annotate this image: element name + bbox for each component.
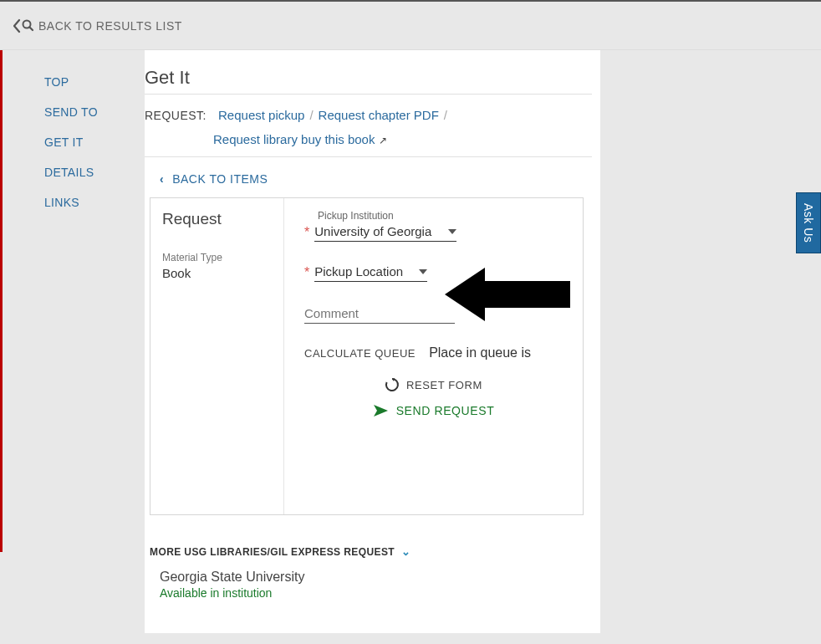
- pickup-institution-label: Pickup Institution: [304, 210, 563, 222]
- pickup-institution-field: Pickup Institution * University of Georg…: [304, 210, 563, 242]
- request-label: REQUEST:: [145, 109, 207, 122]
- request-panel: Request Material Type Book Pickup Instit…: [150, 197, 584, 515]
- pickup-institution-value: University of Georgia: [314, 224, 431, 238]
- request-pickup-link[interactable]: Request pickup: [218, 108, 304, 122]
- institution-availability: Available in institution: [160, 586, 592, 600]
- sidebar-item-send-to[interactable]: SEND TO: [44, 97, 145, 127]
- request-title: Request: [162, 210, 272, 228]
- material-type-value: Book: [162, 266, 272, 280]
- more-libraries-toggle[interactable]: MORE USG LIBRARIES/GIL EXPRESS REQUEST ⌄: [150, 545, 592, 558]
- material-type-label: Material Type: [162, 252, 272, 263]
- reset-icon: [385, 377, 400, 392]
- section-title: Get It: [145, 67, 592, 95]
- caret-down-icon: [419, 269, 427, 274]
- pickup-location-select[interactable]: Pickup Location: [314, 263, 427, 282]
- request-links-row: REQUEST: Request pickup / Request chapte…: [145, 108, 592, 157]
- calculate-queue-button[interactable]: CALCULATE QUEUE: [304, 347, 416, 360]
- request-panel-right: Pickup Institution * University of Georg…: [284, 198, 583, 514]
- send-request-button[interactable]: SEND REQUEST: [304, 404, 563, 417]
- back-to-items-label: BACK TO ITEMS: [172, 172, 268, 186]
- main-panel: Get It REQUEST: Request pickup / Request…: [145, 50, 600, 633]
- sidebar-item-links[interactable]: LINKS: [44, 187, 145, 217]
- topbar: BACK TO RESULTS LIST: [0, 0, 821, 50]
- pickup-institution-select[interactable]: University of Georgia: [314, 223, 456, 242]
- queue-row: CALCULATE QUEUE Place in queue is: [304, 345, 563, 360]
- request-buy-book-label: Request library buy this book: [213, 132, 375, 146]
- required-star-icon: *: [304, 226, 309, 239]
- request-buy-book-link[interactable]: Request library buy this book ↗: [213, 132, 387, 146]
- request-panel-left: Request Material Type Book: [150, 198, 284, 514]
- caret-down-icon: [448, 229, 456, 234]
- required-star-icon: *: [304, 266, 309, 279]
- chevron-left-icon: ‹: [160, 172, 164, 186]
- comment-input[interactable]: [304, 304, 455, 324]
- sidebar-item-get-it[interactable]: GET IT: [44, 127, 145, 157]
- chevron-down-icon: ⌄: [401, 545, 410, 558]
- sidebar: TOP SEND TO GET IT DETAILS LINKS: [3, 50, 145, 217]
- send-icon: [373, 404, 390, 417]
- back-to-items-link[interactable]: ‹ BACK TO ITEMS: [145, 157, 592, 197]
- pickup-location-field: * Pickup Location: [304, 263, 563, 282]
- institution-name: Georgia State University: [160, 570, 592, 585]
- back-to-results-link[interactable]: BACK TO RESULTS LIST: [13, 18, 182, 33]
- ask-us-button[interactable]: Ask Us: [796, 192, 821, 253]
- queue-text: Place in queue is: [429, 345, 531, 360]
- sidebar-item-top[interactable]: TOP: [44, 67, 145, 97]
- back-to-results-label: BACK TO RESULTS LIST: [38, 19, 182, 33]
- request-chapter-pdf-link[interactable]: Request chapter PDF: [319, 108, 439, 122]
- sidebar-item-details[interactable]: DETAILS: [44, 157, 145, 187]
- sep: /: [309, 108, 313, 122]
- reset-form-button[interactable]: RESET FORM: [304, 377, 563, 392]
- send-request-label: SEND REQUEST: [396, 404, 495, 417]
- sep: /: [444, 108, 447, 122]
- more-libraries-label: MORE USG LIBRARIES/GIL EXPRESS REQUEST: [150, 546, 395, 558]
- pickup-location-label: Pickup Location: [314, 264, 403, 279]
- comment-field: [304, 304, 563, 324]
- external-link-icon: ↗: [379, 135, 387, 146]
- reset-form-label: RESET FORM: [406, 379, 482, 391]
- institution-block[interactable]: Georgia State University Available in in…: [160, 570, 592, 600]
- back-search-icon: [13, 18, 35, 33]
- svg-line-1: [29, 27, 33, 30]
